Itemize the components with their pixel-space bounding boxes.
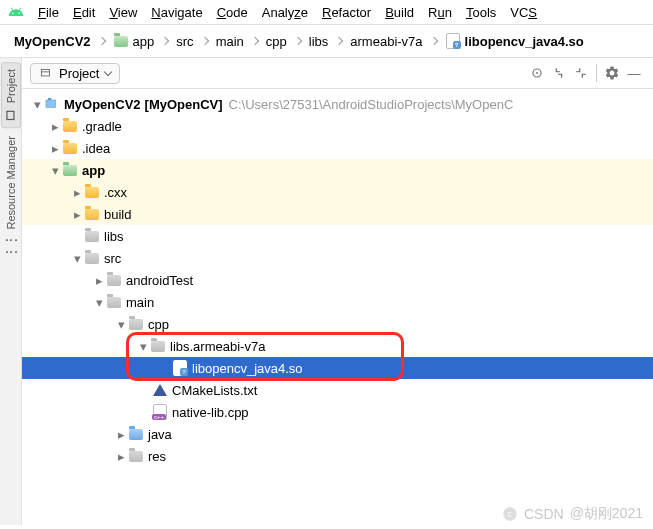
- tree-label: MyOpenCV2: [64, 97, 141, 112]
- menu-vcs[interactable]: VCS: [510, 5, 537, 20]
- expand-arrow-icon[interactable]: ▸: [70, 207, 84, 222]
- menu-edit[interactable]: Edit: [73, 5, 95, 20]
- tree-label: .gradle: [82, 119, 122, 134]
- chevron-down-icon: [104, 67, 112, 75]
- chevron-right-icon: [200, 37, 208, 45]
- folder-icon: [84, 228, 100, 244]
- chevron-right-icon: [429, 37, 437, 45]
- tree-label: .idea: [82, 141, 110, 156]
- crumb-libs[interactable]: libs: [305, 32, 333, 51]
- chevron-right-icon: [161, 37, 169, 45]
- menu-view[interactable]: View: [109, 5, 137, 20]
- menu-run[interactable]: Run: [428, 5, 452, 20]
- tree-node-cpp[interactable]: ▾cpp: [22, 313, 653, 335]
- module-folder-icon: [62, 162, 78, 178]
- crumb-arch[interactable]: armeabi-v7a: [346, 32, 426, 51]
- menu-build[interactable]: Build: [385, 5, 414, 20]
- project-root-icon: [44, 96, 60, 112]
- tree-node-src[interactable]: ▾src: [22, 247, 653, 269]
- project-tree[interactable]: ▾ MyOpenCV2 [MyOpenCV] C:\Users\27531\An…: [22, 89, 653, 525]
- expand-arrow-icon[interactable]: ▸: [114, 427, 128, 442]
- expand-arrow-icon[interactable]: ▾: [136, 339, 150, 354]
- crumb-app[interactable]: app: [109, 31, 159, 51]
- tree-label: res: [148, 449, 166, 464]
- tree-label: libs: [104, 229, 124, 244]
- tree-node-libopencv[interactable]: libopencv_java4.so: [22, 357, 653, 379]
- crumb-src[interactable]: src: [172, 32, 197, 51]
- breadcrumb: MyOpenCV2 app src main cpp libs armeabi-…: [0, 25, 653, 58]
- cmake-icon: [152, 382, 168, 398]
- tool-window-tabs: Project ⋮⋮ Resource Manager: [0, 58, 22, 525]
- crumb-main[interactable]: main: [212, 32, 248, 51]
- tree-node-cmakelists[interactable]: CMakeLists.txt: [22, 379, 653, 401]
- collapse-all-button[interactable]: [570, 62, 592, 84]
- expand-arrow-icon[interactable]: ▾: [30, 97, 44, 112]
- side-tab-project[interactable]: Project: [1, 62, 21, 128]
- tree-node-java[interactable]: ▸java: [22, 423, 653, 445]
- expand-all-button[interactable]: [548, 62, 570, 84]
- tree-node-root[interactable]: ▾ MyOpenCV2 [MyOpenCV] C:\Users\27531\An…: [22, 93, 653, 115]
- tree-node-app[interactable]: ▾app: [22, 159, 653, 181]
- side-tab-resource-manager[interactable]: ⋮⋮ Resource Manager: [2, 130, 20, 264]
- project-panel-header: Project —: [22, 58, 653, 89]
- source-folder-icon: [128, 426, 144, 442]
- project-view-selector[interactable]: Project: [30, 63, 120, 84]
- tree-label: java: [148, 427, 172, 442]
- tree-label: native-lib.cpp: [172, 405, 249, 420]
- select-opened-file-button[interactable]: [526, 62, 548, 84]
- tree-module-label: [MyOpenCV]: [145, 97, 223, 112]
- tree-label: CMakeLists.txt: [172, 383, 257, 398]
- svg-point-4: [536, 72, 538, 74]
- expand-arrow-icon[interactable]: ▸: [114, 449, 128, 464]
- expand-arrow-icon[interactable]: ▸: [48, 141, 62, 156]
- expand-arrow-icon[interactable]: ▸: [70, 185, 84, 200]
- tree-node-libs-armeabi[interactable]: ▾libs.armeabi-v7a: [22, 335, 653, 357]
- crumb-root[interactable]: MyOpenCV2: [10, 32, 95, 51]
- tree-node-idea[interactable]: ▸.idea: [22, 137, 653, 159]
- expand-arrow-icon[interactable]: ▸: [48, 119, 62, 134]
- main-menubar: File Edit View Navigate Code Analyze Ref…: [0, 0, 653, 25]
- menu-analyze[interactable]: Analyze: [262, 5, 308, 20]
- tree-node-nativelib[interactable]: native-lib.cpp: [22, 401, 653, 423]
- folder-icon: [128, 448, 144, 464]
- expand-arrow-icon[interactable]: ▾: [92, 295, 106, 310]
- folder-icon: [62, 140, 78, 156]
- menu-code[interactable]: Code: [217, 5, 248, 20]
- hide-button[interactable]: —: [623, 62, 645, 84]
- settings-button[interactable]: [601, 62, 623, 84]
- menu-tools[interactable]: Tools: [466, 5, 496, 20]
- expand-arrow-icon[interactable]: ▾: [48, 163, 62, 178]
- project-view-label: Project: [59, 66, 99, 81]
- crumb-file[interactable]: libopencv_java4.so: [441, 31, 588, 51]
- tree-label: libopencv_java4.so: [192, 361, 303, 376]
- tree-label: cpp: [148, 317, 169, 332]
- folder-icon: [106, 272, 122, 288]
- tree-label: main: [126, 295, 154, 310]
- folder-icon: [84, 184, 100, 200]
- tree-node-gradle[interactable]: ▸.gradle: [22, 115, 653, 137]
- menu-file[interactable]: File: [38, 5, 59, 20]
- crumb-cpp[interactable]: cpp: [262, 32, 291, 51]
- chevron-right-icon: [335, 37, 343, 45]
- tree-node-libs[interactable]: libs: [22, 225, 653, 247]
- menu-navigate[interactable]: Navigate: [151, 5, 202, 20]
- tree-node-build[interactable]: ▸build: [22, 203, 653, 225]
- tree-label: .cxx: [104, 185, 127, 200]
- tree-node-main[interactable]: ▾main: [22, 291, 653, 313]
- tree-label: src: [104, 251, 121, 266]
- tree-node-androidtest[interactable]: ▸androidTest: [22, 269, 653, 291]
- chevron-right-icon: [97, 37, 105, 45]
- tree-label: androidTest: [126, 273, 193, 288]
- folder-icon: [150, 338, 166, 354]
- folder-icon: [84, 250, 100, 266]
- expand-arrow-icon[interactable]: ▸: [92, 273, 106, 288]
- svg-rect-6: [48, 98, 51, 100]
- chevron-right-icon: [251, 37, 259, 45]
- project-icon: [39, 66, 53, 80]
- tree-node-cxx[interactable]: ▸.cxx: [22, 181, 653, 203]
- menu-refactor[interactable]: Refactor: [322, 5, 371, 20]
- tree-path-hint: C:\Users\27531\AndroidStudioProjects\MyO…: [229, 97, 514, 112]
- expand-arrow-icon[interactable]: ▾: [70, 251, 84, 266]
- tree-node-res[interactable]: ▸res: [22, 445, 653, 467]
- expand-arrow-icon[interactable]: ▾: [114, 317, 128, 332]
